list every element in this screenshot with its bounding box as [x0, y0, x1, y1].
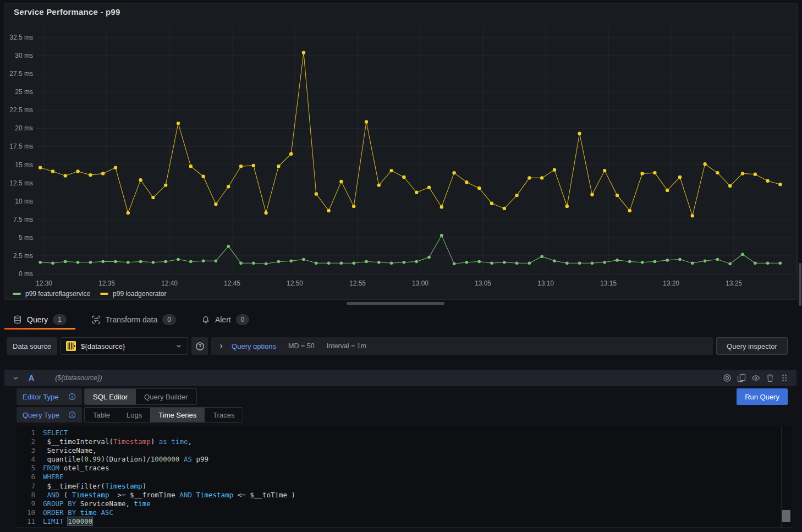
- query-options-link[interactable]: Query options: [232, 342, 276, 350]
- disable-query-button[interactable]: [722, 374, 732, 383]
- horizontal-scrollbar-thumb[interactable]: [347, 302, 444, 305]
- minimap-thumb[interactable]: [782, 510, 790, 522]
- legend-label: p99 featureflagservice: [25, 290, 90, 298]
- legend-swatch: [13, 293, 21, 295]
- remove-query-button[interactable]: [765, 374, 774, 383]
- code-line[interactable]: 6WHERE: [17, 473, 792, 481]
- drag-handle-button[interactable]: [779, 374, 789, 383]
- sql-code-editor[interactable]: 1SELECT2 $__timeInterval(Timestamp) as t…: [17, 426, 792, 528]
- svg-text:17.5 ms: 17.5 ms: [9, 142, 33, 150]
- query-type-label: Query Type: [17, 407, 82, 423]
- svg-text:13:20: 13:20: [663, 279, 679, 287]
- grafana-panel-edit-page: 0 ms2.5 ms5 ms7.5 ms10 ms12.5 ms15 ms17.…: [0, 0, 802, 532]
- query-type-option-logs[interactable]: Logs: [118, 408, 150, 422]
- bell-icon: [201, 315, 210, 324]
- svg-text:13:00: 13:00: [412, 279, 429, 287]
- code-text: $__timeFilter(Timestamp): [43, 482, 146, 491]
- line-number: 2: [17, 437, 35, 446]
- disable-query-icon: [723, 374, 732, 382]
- query-inspector-button[interactable]: Query inspector: [716, 337, 788, 355]
- code-line[interactable]: 2 $__timeInterval(Timestamp) as time,: [17, 437, 792, 446]
- collapse-chevron-down-icon[interactable]: [12, 375, 19, 382]
- line-number: 10: [17, 508, 35, 517]
- help-icon: [195, 342, 205, 351]
- timeseries-chart[interactable]: 0 ms2.5 ms5 ms7.5 ms10 ms12.5 ms15 ms17.…: [5, 4, 797, 299]
- svg-text:13:05: 13:05: [475, 279, 491, 287]
- editor-type-option-query-builder[interactable]: Query Builder: [136, 389, 196, 404]
- code-text: AND ( Timestamp >= $__fromTime AND Times…: [43, 491, 295, 500]
- legend-item[interactable]: p99 featureflagservice: [13, 290, 90, 298]
- line-number: 8: [17, 491, 35, 500]
- editor-type-option-sql-editor[interactable]: SQL Editor: [85, 389, 136, 404]
- clickhouse-datasource-icon: [66, 341, 76, 351]
- hide-response-button[interactable]: [751, 374, 760, 383]
- svg-text:13:10: 13:10: [537, 279, 554, 287]
- query-toolbar: Data source ${datasource} Query options …: [7, 337, 788, 355]
- query-options-bar[interactable]: Query options MD = 50 Interval = 1m: [211, 337, 713, 355]
- timeseries-panel: 0 ms2.5 ms5 ms7.5 ms10 ms12.5 ms15 ms17.…: [4, 3, 798, 300]
- code-line[interactable]: 10ORDER BY time ASC: [17, 508, 792, 517]
- datasource-label: Data source: [7, 337, 57, 355]
- query-ref-id[interactable]: A: [29, 374, 34, 382]
- query-row-header[interactable]: A (${datasource}): [4, 370, 796, 386]
- code-text: WHERE: [43, 473, 64, 481]
- tab-transform-data[interactable]: Transform data0: [83, 310, 185, 330]
- hide-response-icon: [751, 374, 760, 382]
- datasource-picker[interactable]: ${datasource}: [61, 337, 188, 355]
- query-row-actions: [722, 374, 789, 383]
- max-data-points-value: MD = 50: [288, 342, 315, 350]
- line-number: 5: [17, 464, 35, 473]
- svg-text:12:55: 12:55: [349, 279, 366, 287]
- tab-label: Transform data: [106, 315, 157, 324]
- code-line[interactable]: 7 $__timeFilter(Timestamp): [17, 482, 792, 491]
- svg-text:2.5 ms: 2.5 ms: [13, 252, 33, 260]
- duplicate-query-button[interactable]: [737, 374, 746, 383]
- tab-count-badge: 0: [236, 314, 250, 325]
- code-text: SELECT: [43, 429, 68, 437]
- code-line[interactable]: 5FROM otel_traces: [17, 464, 792, 473]
- code-line[interactable]: 4 quantile(0.99)(Duration)/1000000 AS p9…: [17, 455, 792, 464]
- query-type-group: TableLogsTime SeriesTraces: [84, 407, 243, 423]
- code-line[interactable]: 3 ServiceName,: [17, 446, 792, 455]
- code-line[interactable]: 8 AND ( Timestamp >= $__fromTime AND Tim…: [17, 491, 792, 500]
- line-number: 4: [17, 455, 35, 464]
- editor-type-label: Editor Type: [17, 388, 82, 405]
- code-text: quantile(0.99)(Duration)/1000000 AS p99: [43, 455, 208, 464]
- query-type-option-traces[interactable]: Traces: [205, 408, 243, 422]
- svg-text:12:30: 12:30: [36, 279, 52, 287]
- svg-text:30 ms: 30 ms: [15, 52, 33, 59]
- code-text: $__timeInterval(Timestamp) as time,: [43, 437, 192, 446]
- code-line[interactable]: 1SELECT: [17, 429, 792, 437]
- svg-text:12:40: 12:40: [161, 279, 178, 287]
- vertical-scrollbar-thumb[interactable]: [799, 263, 801, 306]
- query-type-option-table[interactable]: Table: [85, 408, 118, 422]
- tab-query[interactable]: Query1: [4, 310, 75, 330]
- tab-alert[interactable]: Alert0: [193, 310, 258, 330]
- svg-text:12:45: 12:45: [224, 279, 240, 287]
- code-text: FROM otel_traces: [43, 464, 109, 473]
- legend-item[interactable]: p99 loadgenerator: [100, 290, 166, 298]
- tab-label: Alert: [215, 315, 231, 324]
- editor-type-row: Editor Type SQL EditorQuery Builder Run …: [17, 388, 788, 405]
- chart-legend: p99 featureflagservicep99 loadgenerator: [13, 290, 167, 298]
- run-query-button[interactable]: Run Query: [737, 388, 788, 405]
- legend-swatch: [100, 293, 108, 295]
- editor-tabs: Query1Transform data0Alert0: [4, 310, 258, 330]
- code-text: LIMIT 100000: [43, 517, 92, 526]
- svg-text:13:15: 13:15: [600, 279, 617, 287]
- code-text: ORDER BY time ASC: [43, 508, 113, 517]
- query-type-option-time-series[interactable]: Time Series: [150, 408, 205, 422]
- query-datasource-hint: (${datasource}): [55, 374, 102, 382]
- database-icon: [13, 315, 22, 324]
- tab-count-badge: 1: [53, 314, 67, 325]
- svg-text:0 ms: 0 ms: [19, 270, 33, 278]
- datasource-help-button[interactable]: [191, 337, 208, 355]
- code-line[interactable]: 9GROUP BY ServiceName, time: [17, 500, 792, 508]
- code-line[interactable]: 11LIMIT 100000: [17, 517, 792, 526]
- svg-text:12:35: 12:35: [98, 279, 115, 287]
- line-number: 7: [17, 482, 35, 491]
- svg-text:12.5 ms: 12.5 ms: [9, 179, 33, 187]
- svg-text:32.5 ms: 32.5 ms: [9, 34, 33, 41]
- editor-type-group: SQL EditorQuery Builder: [84, 388, 197, 405]
- interval-value: Interval = 1m: [327, 342, 367, 350]
